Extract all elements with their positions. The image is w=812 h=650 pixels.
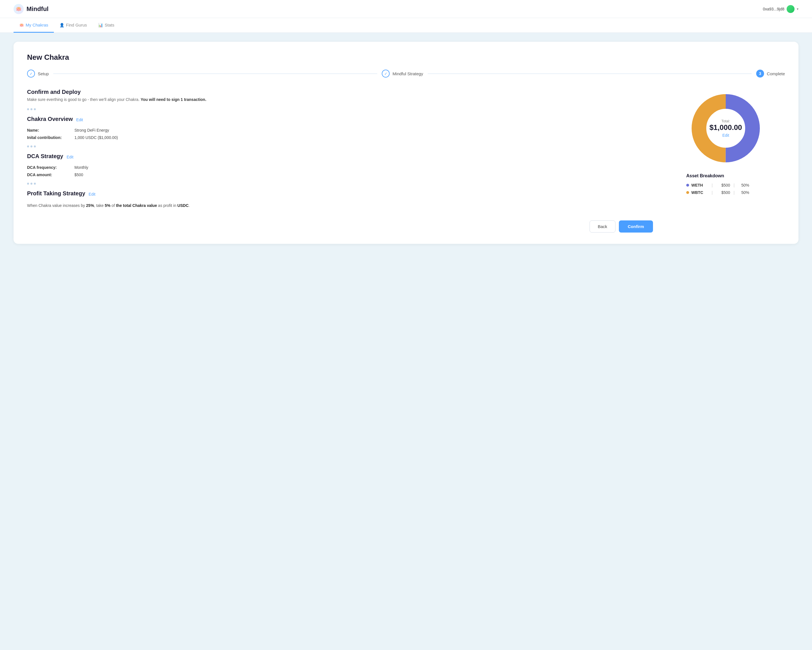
chevron-down-icon: ▾ xyxy=(797,7,798,11)
dot xyxy=(34,108,36,110)
asset-row-wbtc: WBTC | $500 | 50% xyxy=(686,190,765,195)
wallet-area[interactable]: 0xa93...9jd8 ▾ xyxy=(763,5,798,13)
donut-total-value: $1,000.00 xyxy=(710,123,742,132)
dca-amount-label: DCA amount: xyxy=(27,172,72,177)
chakra-overview-header: Chakra Overview Edit xyxy=(27,116,653,124)
sep: | xyxy=(711,190,713,195)
wbtc-color-dot xyxy=(686,191,689,194)
stats-tab-icon: 📊 xyxy=(98,23,103,27)
profit-strategy-edit[interactable]: Edit xyxy=(89,192,95,197)
asset-breakdown-title: Asset Breakdown xyxy=(686,173,765,179)
donut-total-label: Total: xyxy=(710,119,742,123)
chakra-name-label: Name: xyxy=(27,128,72,133)
asset-breakdown: Asset Breakdown WETH | $500 | 50% xyxy=(686,173,765,198)
header: 🪷 Mindful 0xa93...9jd8 ▾ xyxy=(0,0,812,18)
step-complete-circle: 3 xyxy=(756,70,764,78)
gurus-tab-icon: 👤 xyxy=(60,23,64,27)
tab-find-gurus-label: Find Gurus xyxy=(66,23,87,27)
left-column: Confirm and Deploy Make sure everthing i… xyxy=(27,89,653,232)
step-mindful-label: Mindful Strategy xyxy=(392,71,423,76)
tab-my-chakras-label: My Chakras xyxy=(26,23,48,27)
confirm-desc-plain: Make sure everthing is good to go - then… xyxy=(27,97,141,102)
sep: | xyxy=(711,183,713,188)
tab-bar: 🪷 My Chakras 👤 Find Gurus 📊 Stats xyxy=(0,18,812,33)
weth-pct: 50% xyxy=(738,183,749,188)
dot xyxy=(31,108,32,110)
dca-amount-row: DCA amount: $500 xyxy=(27,172,653,177)
confirm-deploy-title: Confirm and Deploy xyxy=(27,89,653,95)
wallet-address: 0xa93...9jd8 xyxy=(763,7,785,11)
chakra-tab-icon: 🪷 xyxy=(19,23,24,27)
asset-table: WETH | $500 | 50% WBTC | $500 | xyxy=(686,183,765,195)
footer-buttons: Back Confirm xyxy=(27,220,653,232)
wbtc-pct: 50% xyxy=(738,190,749,195)
wbtc-name: WBTC xyxy=(691,190,708,195)
stepper: ✓ Setup ✓ Mindful Strategy 3 Complete xyxy=(27,70,785,78)
content-grid: Confirm and Deploy Make sure everthing i… xyxy=(27,89,785,232)
dca-strategy-edit[interactable]: Edit xyxy=(67,155,73,159)
dot xyxy=(34,145,36,147)
tab-my-chakras[interactable]: 🪷 My Chakras xyxy=(14,18,54,33)
confirm-desc-bold: You will need to sign 1 transaction. xyxy=(141,97,206,102)
donut-center: Total: $1,000.00 Edit xyxy=(710,119,742,137)
dots-1 xyxy=(27,108,653,110)
profit-bold1: the total Chakra value xyxy=(116,203,157,208)
chakra-name-value: Strong DeFi Energy xyxy=(75,128,109,133)
step-setup: ✓ Setup xyxy=(27,70,49,78)
dca-amount-value: $500 xyxy=(75,172,83,177)
step-line-1 xyxy=(53,73,377,74)
dot xyxy=(27,145,29,147)
wallet-avatar xyxy=(787,5,795,13)
wbtc-amount: $500 xyxy=(716,190,730,195)
dca-frequency-row: DCA frequency: Monthly xyxy=(27,165,653,170)
step-complete-label: Complete xyxy=(767,71,785,76)
donut-chart: Total: $1,000.00 Edit xyxy=(686,89,765,168)
logo-icon: 🪷 xyxy=(14,4,24,14)
sep: | xyxy=(734,190,735,195)
donut-edit-link[interactable]: Edit xyxy=(710,133,742,137)
tab-stats[interactable]: 📊 Stats xyxy=(93,18,120,33)
profit-strategy-title: Profit Taking Strategy xyxy=(27,190,85,197)
step-line-2 xyxy=(428,73,752,74)
card-title: New Chakra xyxy=(27,53,785,62)
tab-find-gurus[interactable]: 👤 Find Gurus xyxy=(54,18,93,33)
weth-name: WETH xyxy=(691,183,708,188)
dca-strategy-title: DCA Strategy xyxy=(27,153,63,160)
dot xyxy=(27,183,29,185)
asset-row-weth: WETH | $500 | 50% xyxy=(686,183,765,188)
step-setup-circle: ✓ xyxy=(27,70,35,78)
step-setup-label: Setup xyxy=(38,71,49,76)
chart-area: Total: $1,000.00 Edit Asset Breakdown WE… xyxy=(667,89,785,198)
main-content: New Chakra ✓ Setup ✓ Mindful Strategy 3 … xyxy=(0,33,812,253)
dot xyxy=(31,183,32,185)
sep: | xyxy=(734,183,735,188)
profit-pct1: 25% xyxy=(86,203,94,208)
chakra-overview-edit[interactable]: Edit xyxy=(76,117,83,122)
weth-amount: $500 xyxy=(716,183,730,188)
dca-strategy-header: DCA Strategy Edit xyxy=(27,153,653,161)
dot xyxy=(31,145,32,147)
weth-color-dot xyxy=(686,184,689,186)
chakra-contribution-label: Inital contribution: xyxy=(27,135,72,140)
dot xyxy=(27,108,29,110)
logo: 🪷 Mindful xyxy=(14,4,49,14)
chakra-name-row: Name: Strong DeFi Energy xyxy=(27,128,653,133)
profit-pct2: 5% xyxy=(105,203,110,208)
back-button[interactable]: Back xyxy=(589,220,615,232)
profit-desc: When Chakra value increases by 25%, take… xyxy=(27,202,653,209)
dots-2 xyxy=(27,145,653,147)
confirm-button[interactable]: Confirm xyxy=(619,220,653,232)
step-mindful-strategy: ✓ Mindful Strategy xyxy=(382,70,423,78)
step-mindful-circle: ✓ xyxy=(382,70,390,78)
dca-frequency-label: DCA frequency: xyxy=(27,165,72,170)
svg-text:🪷: 🪷 xyxy=(15,6,22,12)
new-chakra-card: New Chakra ✓ Setup ✓ Mindful Strategy 3 … xyxy=(14,42,798,244)
dca-frequency-value: Monthly xyxy=(75,165,88,170)
profit-bold2: USDC xyxy=(177,203,189,208)
dot xyxy=(34,183,36,185)
dots-3 xyxy=(27,183,653,185)
chakra-contribution-row: Inital contribution: 1,000 USDC ($1,000.… xyxy=(27,135,653,140)
chakra-contribution-value: 1,000 USDC ($1,000.00) xyxy=(75,135,118,140)
chakra-overview-title: Chakra Overview xyxy=(27,116,73,122)
logo-text: Mindful xyxy=(26,5,49,13)
